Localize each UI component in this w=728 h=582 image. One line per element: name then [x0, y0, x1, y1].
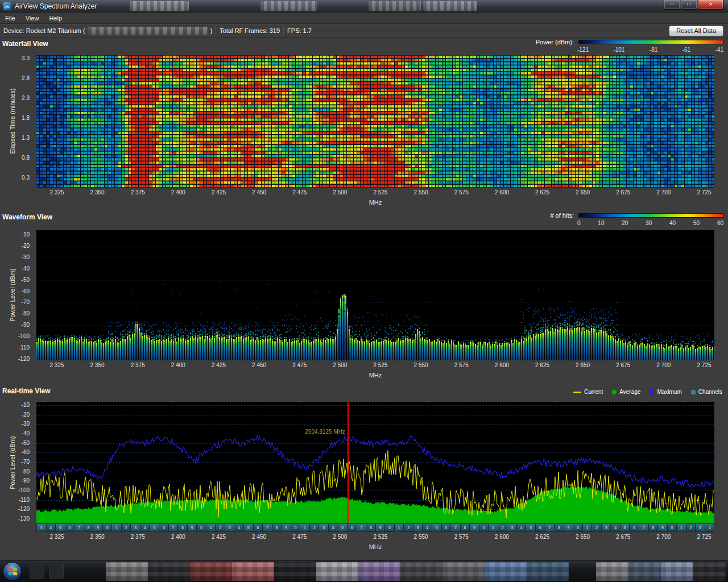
censored-taskbar-item[interactable] — [400, 562, 442, 581]
censored-tray-item[interactable] — [661, 562, 693, 581]
y-tick-label: 0.3 — [22, 174, 30, 181]
x-tick-label: 2 375 — [121, 362, 155, 368]
censored-taskbar-item[interactable] — [274, 562, 316, 581]
channel-cell: 6 — [536, 523, 545, 532]
x-tick-label: 2 525 — [363, 362, 398, 368]
x-tick-label: 2 450 — [242, 189, 276, 196]
channel-cell: 5 — [338, 523, 348, 532]
censored-taskbar-item[interactable] — [190, 562, 232, 581]
colorbar-tick-label: 0 — [577, 220, 581, 226]
y-tick-label: -40 — [22, 430, 30, 436]
maximize-button[interactable]: □ — [681, 0, 697, 10]
channel-cell: 3 — [36, 523, 47, 532]
taskbar-items-censored — [106, 562, 569, 581]
minimize-button[interactable]: – — [664, 0, 680, 10]
colorbar-tick-label: -61 — [682, 47, 690, 53]
y-tick-label: 0.8 — [22, 155, 30, 161]
censored-taskbar-item[interactable] — [485, 562, 527, 581]
channel-cell: 9 — [658, 523, 668, 532]
taskbar-icon[interactable] — [30, 564, 44, 579]
menu-view[interactable]: View — [20, 13, 44, 23]
censored-tray-item[interactable] — [693, 562, 726, 581]
y-tick-label: -30 — [22, 421, 30, 427]
x-tick-label: 2 675 — [606, 534, 640, 540]
channel-cell: 7 — [357, 523, 367, 532]
x-tick-label: 2 450 — [242, 362, 276, 368]
airview-window: AirView Spectrum Analyzer – □ ✕ File Vie… — [0, 0, 728, 582]
y-tick-label: -20 — [22, 411, 30, 418]
x-tick-label: 2 400 — [161, 362, 195, 368]
censored-tray-item[interactable] — [596, 562, 628, 581]
channel-cell: 4 — [140, 523, 150, 532]
x-tick-label: 2 575 — [444, 362, 478, 368]
channel-cell: 2 — [498, 523, 508, 532]
power-colorbar-ticks: -121-101-81-61-41 — [577, 47, 723, 53]
close-button[interactable]: ✕ — [698, 0, 723, 10]
censored-taskbar-item[interactable] — [358, 562, 400, 581]
x-tick-label: 2 500 — [323, 362, 357, 368]
menu-help[interactable]: Help — [44, 13, 67, 23]
y-tick-label: 2.3 — [22, 95, 30, 101]
channel-cell: 4 — [517, 523, 527, 532]
channel-cell: 6 — [442, 523, 452, 532]
x-tick-label: 2 375 — [121, 189, 155, 196]
censored-taskbar-item[interactable] — [232, 562, 274, 581]
waveform-xlabel: MHz — [36, 372, 714, 379]
y-tick-label: 1.8 — [22, 115, 30, 121]
toolbar: Device: Rocket M2 Titanium () Total RF F… — [0, 24, 728, 38]
channel-cell: 0 — [291, 523, 301, 532]
channel-cell: 8 — [84, 523, 94, 532]
y-tick-label: -100 — [18, 333, 30, 339]
x-tick-label: 2 400 — [161, 189, 195, 196]
titlebar[interactable]: AirView Spectrum Analyzer – □ ✕ — [0, 0, 728, 13]
channel-cell: 9 — [282, 523, 291, 532]
channel-cell: 9 — [188, 523, 197, 532]
reset-all-data-button[interactable]: Reset All Data — [669, 26, 723, 36]
legend-average: Average — [612, 389, 640, 395]
channel-cell: 5 — [244, 523, 254, 532]
y-tick-label: 3.3 — [22, 55, 30, 61]
x-tick-label: 2 675 — [606, 189, 640, 196]
censored-taskbar-item[interactable] — [148, 562, 190, 581]
x-tick-label: 2 525 — [363, 534, 398, 540]
x-tick-label: 2 350 — [80, 534, 114, 540]
taskbar-icon[interactable] — [49, 564, 64, 579]
colorbar-tick-label: 20 — [622, 220, 628, 226]
channel-cell: 3 — [696, 523, 705, 532]
channel-cell: 4 — [234, 523, 244, 532]
channel-cell: 4 — [705, 523, 715, 532]
y-tick-label: -130 — [18, 516, 30, 522]
colorbar-tick-label: -81 — [650, 47, 657, 53]
censored-taskbar-item[interactable] — [442, 562, 485, 581]
y-tick-label: -80 — [22, 310, 30, 317]
censored-tray-item[interactable] — [628, 562, 661, 581]
x-tick-label: 2 550 — [404, 362, 438, 368]
x-tick-label: 2 425 — [202, 534, 236, 540]
channel-cell: 0 — [385, 523, 395, 532]
censored-taskbar-item[interactable] — [106, 562, 148, 581]
device-label-prefix: Device: Rocket M2 Titanium ( — [3, 27, 85, 34]
realtime-xlabel: MHz — [36, 543, 714, 550]
y-tick-label: -110 — [19, 497, 30, 503]
x-tick-label: 2 600 — [485, 189, 519, 196]
menu-file[interactable]: File — [0, 13, 20, 23]
channel-cell: 1 — [206, 523, 216, 532]
colorbar-tick-label: -121 — [577, 47, 589, 53]
channel-cell: 1 — [677, 523, 686, 532]
censored-taskbar-item[interactable] — [527, 562, 569, 581]
colorbar-tick-label: -101 — [613, 47, 624, 53]
x-tick-label: 2 625 — [526, 362, 560, 368]
x-tick-label: 2 350 — [80, 362, 114, 368]
channel-cell: 8 — [366, 523, 376, 532]
colorbar-tick-label: 30 — [646, 220, 652, 226]
start-button[interactable] — [3, 562, 22, 581]
waterfall-plot — [36, 55, 714, 188]
x-tick-label: 2 725 — [687, 362, 721, 368]
device-label: Device: Rocket M2 Titanium () — [0, 27, 216, 35]
censored-taskbar-item[interactable] — [316, 562, 358, 581]
censored-window-fragment — [260, 1, 317, 11]
power-colorbar: Power (dBm): -121-101-81-61-41 — [496, 39, 723, 53]
realtime-plot[interactable] — [36, 402, 714, 523]
legend-channels-label: Channels — [698, 389, 722, 395]
channel-cell: 6 — [254, 523, 263, 532]
